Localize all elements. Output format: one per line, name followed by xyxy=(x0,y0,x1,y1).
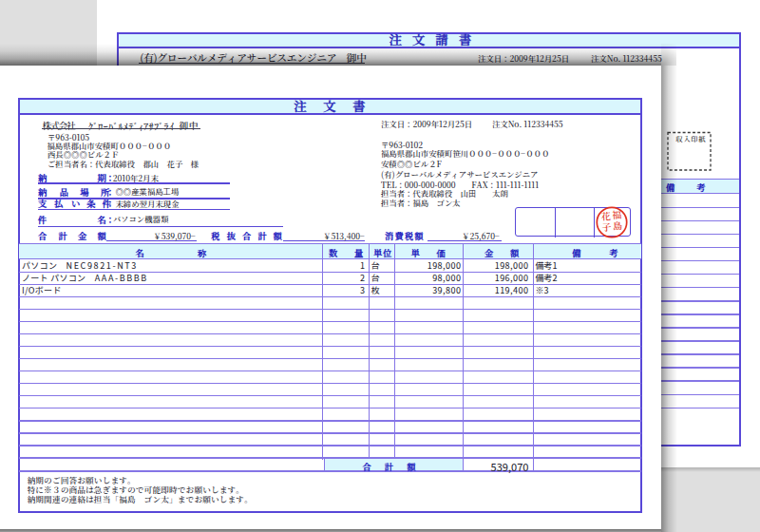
svg-text:子: 子 xyxy=(600,218,611,234)
svg-text:島: 島 xyxy=(612,218,622,233)
